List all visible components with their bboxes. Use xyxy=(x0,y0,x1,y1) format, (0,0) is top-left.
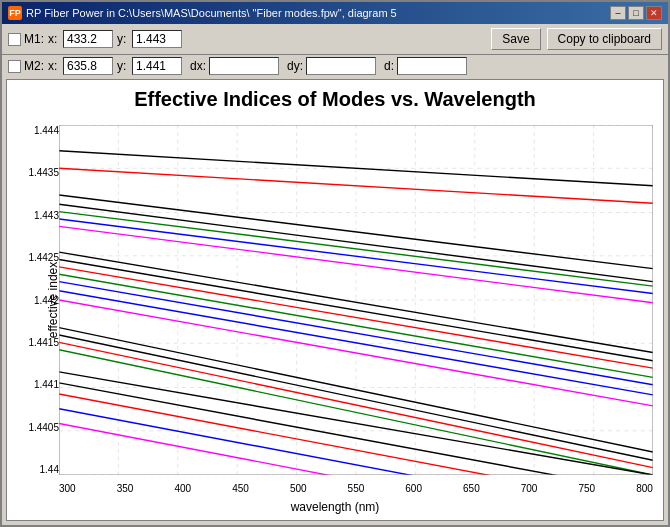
main-window: FP RP Fiber Power in C:\Users\MAS\Docume… xyxy=(0,0,670,527)
x-tick-2: 400 xyxy=(174,483,191,494)
m2-x-label: x: xyxy=(48,59,60,73)
x-tick-9: 750 xyxy=(578,483,595,494)
copy-clipboard-button[interactable]: Copy to clipboard xyxy=(547,28,662,50)
y-tick-1: 1.4405 xyxy=(28,422,59,433)
m1-y-label: y: xyxy=(117,32,129,46)
d-group: d: xyxy=(384,57,467,75)
x-tick-3: 450 xyxy=(232,483,249,494)
toolbar-buttons: Save Copy to clipboard xyxy=(491,28,662,50)
dy-group: dy: xyxy=(287,57,376,75)
dy-label: dy: xyxy=(287,59,303,73)
m1-label: M1: xyxy=(24,32,44,46)
m2-y-group: y: xyxy=(117,57,182,75)
window-controls[interactable]: – □ ✕ xyxy=(610,6,662,20)
window-title: RP Fiber Power in C:\Users\MAS\Documents… xyxy=(26,7,397,19)
dx-input[interactable] xyxy=(209,57,279,75)
y-tick-6: 1.443 xyxy=(34,210,59,221)
y-tick-3: 1.4415 xyxy=(28,337,59,348)
chart-title: Effective Indices of Modes vs. Wavelengt… xyxy=(7,80,663,115)
title-bar-left: FP RP Fiber Power in C:\Users\MAS\Docume… xyxy=(8,6,397,20)
y-axis-labels: 1.444 1.4435 1.443 1.4425 1.442 1.4415 1… xyxy=(27,125,59,475)
dx-label: dx: xyxy=(190,59,206,73)
x-tick-4: 500 xyxy=(290,483,307,494)
d-input[interactable] xyxy=(397,57,467,75)
x-tick-0: 300 xyxy=(59,483,76,494)
close-button[interactable]: ✕ xyxy=(646,6,662,20)
y-tick-5: 1.4425 xyxy=(28,252,59,263)
m2-row: M2: x: y: xyxy=(8,57,182,75)
y-tick-0: 1.44 xyxy=(40,464,59,475)
m2-checkbox[interactable] xyxy=(8,60,21,73)
m2-x-group: x: xyxy=(48,57,113,75)
m1-checkbox[interactable] xyxy=(8,33,21,46)
m2-label: M2: xyxy=(24,59,44,73)
x-tick-6: 600 xyxy=(405,483,422,494)
toolbar-row-1: M1: x: y: Save Copy to clipboard xyxy=(2,24,668,55)
minimize-button[interactable]: – xyxy=(610,6,626,20)
m1-row: M1: x: y: xyxy=(8,30,182,48)
maximize-button[interactable]: □ xyxy=(628,6,644,20)
y-tick-8: 1.444 xyxy=(34,125,59,136)
m1-x-label: x: xyxy=(48,32,60,46)
m1-x-group: x: xyxy=(48,30,113,48)
chart-plot-area xyxy=(59,125,653,475)
x-axis-labels: 300 350 400 450 500 550 600 650 700 750 … xyxy=(59,483,653,494)
x-tick-8: 700 xyxy=(521,483,538,494)
m2-y-input[interactable] xyxy=(132,57,182,75)
x-tick-5: 550 xyxy=(348,483,365,494)
m1-x-input[interactable] xyxy=(63,30,113,48)
toolbar-row-2: M2: x: y: dx: dy: d: xyxy=(2,55,668,77)
m2-y-label: y: xyxy=(117,59,129,73)
title-bar: FP RP Fiber Power in C:\Users\MAS\Docume… xyxy=(2,2,668,24)
chart-area: Effective Indices of Modes vs. Wavelengt… xyxy=(6,79,664,521)
chart-svg xyxy=(59,125,653,475)
mode-line-2 xyxy=(59,168,653,203)
dy-input[interactable] xyxy=(306,57,376,75)
m1-y-input[interactable] xyxy=(132,30,182,48)
x-axis-label: wavelength (nm) xyxy=(7,500,663,514)
y-tick-4: 1.442 xyxy=(34,295,59,306)
m2-x-input[interactable] xyxy=(63,57,113,75)
x-tick-1: 350 xyxy=(117,483,134,494)
y-tick-7: 1.4435 xyxy=(28,167,59,178)
x-tick-7: 650 xyxy=(463,483,480,494)
y-tick-2: 1.441 xyxy=(34,379,59,390)
mode-line-13 xyxy=(59,291,653,395)
app-icon: FP xyxy=(8,6,22,20)
m1-checkbox-label: M1: xyxy=(8,32,44,46)
mode-line-3 xyxy=(59,195,653,269)
save-button[interactable]: Save xyxy=(491,28,540,50)
m2-checkbox-label: M2: xyxy=(8,59,44,73)
x-tick-10: 800 xyxy=(636,483,653,494)
dx-group: dx: xyxy=(190,57,279,75)
m1-y-group: y: xyxy=(117,30,182,48)
d-label: d: xyxy=(384,59,394,73)
